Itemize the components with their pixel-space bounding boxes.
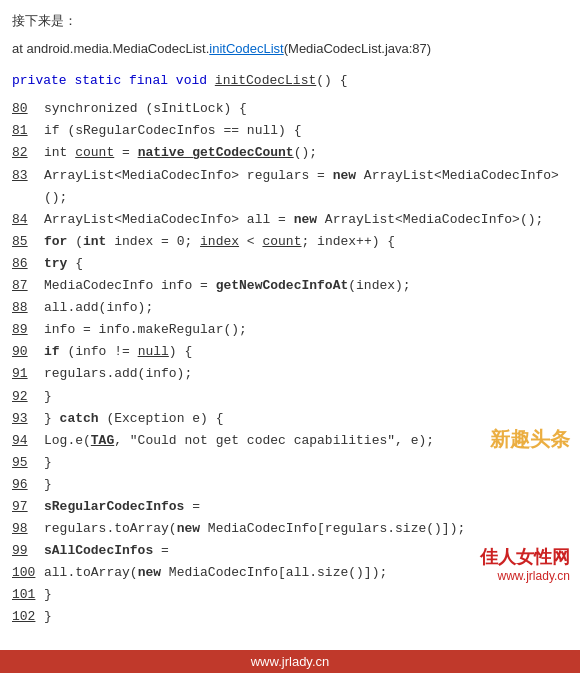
line-number: 85	[12, 231, 44, 253]
line-content: if (info != null) {	[44, 341, 568, 363]
table-row: 86try {	[12, 253, 568, 275]
table-row: 88all.add(info);	[12, 297, 568, 319]
line-content: }	[44, 606, 568, 628]
line-content: all.add(info);	[44, 297, 568, 319]
line-number: 97	[12, 496, 44, 518]
line-content: for (int index = 0; index < count; index…	[44, 231, 568, 253]
line-content: MediaCodecInfo info = getNewCodecInfoAt(…	[44, 275, 568, 297]
watermark-top: 新趣头条	[490, 426, 570, 453]
line-number: 88	[12, 297, 44, 319]
watermark-url: www.jrlady.cn	[498, 569, 570, 583]
line-number: 100	[12, 562, 44, 584]
table-row: 80synchronized (sInitLock) {	[12, 98, 568, 120]
table-row: 84ArrayList<MediaCodecInfo> all = new Ar…	[12, 209, 568, 231]
table-row: 93 } catch (Exception e) {	[12, 408, 568, 430]
line-number: 96	[12, 474, 44, 496]
line-number: 99	[12, 540, 44, 562]
table-row: 85for (int index = 0; index < count; ind…	[12, 231, 568, 253]
line-content: }	[44, 386, 568, 408]
line-content: regulars.toArray(new MediaCodecInfo[regu…	[44, 518, 568, 540]
watermark-middle: 佳人女性网 www.jrlady.cn	[480, 545, 570, 583]
table-row: 101 }	[12, 584, 568, 606]
line-content: synchronized (sInitLock) {	[44, 98, 568, 120]
init-codec-list-link[interactable]: initCodecList	[209, 41, 283, 56]
line-content: sRegularCodecInfos =	[44, 496, 568, 518]
line-number: 90	[12, 341, 44, 363]
line-number: 80	[12, 98, 44, 120]
line-content: ArrayList<MediaCodecInfo> regulars = new…	[44, 165, 568, 209]
main-content: 接下来是： at android.media.MediaCodecList.in…	[0, 0, 580, 639]
bottom-bar: www.jrlady.cn	[0, 650, 580, 673]
intro-label: 接下来是：	[12, 13, 77, 28]
table-row: 87MediaCodecInfo info = getNewCodecInfoA…	[12, 275, 568, 297]
line-content: regulars.add(info);	[44, 363, 568, 385]
table-row: 83ArrayList<MediaCodecInfo> regulars = n…	[12, 165, 568, 209]
line-number: 91	[12, 363, 44, 385]
line-content: if (sRegularCodecInfos == null) {	[44, 120, 568, 142]
line-number: 82	[12, 142, 44, 164]
table-row: 95 }	[12, 452, 568, 474]
watermark-logo: 佳人女性网	[480, 545, 570, 569]
link-prefix: at android.media.MediaCodecList.	[12, 41, 209, 56]
line-number: 84	[12, 209, 44, 231]
line-content: int count = native_getCodecCount();	[44, 142, 568, 164]
line-content: }	[44, 452, 568, 474]
table-row: 82int count = native_getCodecCount();	[12, 142, 568, 164]
link-suffix: (MediaCodecList.java:87)	[284, 41, 431, 56]
table-row: 89info = info.makeRegular();	[12, 319, 568, 341]
line-number: 86	[12, 253, 44, 275]
table-row: 81if (sRegularCodecInfos == null) {	[12, 120, 568, 142]
table-row: 98regulars.toArray(new MediaCodecInfo[re…	[12, 518, 568, 540]
line-number: 89	[12, 319, 44, 341]
line-number: 83	[12, 165, 44, 187]
intro-text: 接下来是：	[12, 10, 568, 32]
line-content: ArrayList<MediaCodecInfo> all = new Arra…	[44, 209, 568, 231]
line-number: 93	[12, 408, 44, 430]
bottom-bar-url: www.jrlady.cn	[251, 654, 330, 669]
table-row: 92 }	[12, 386, 568, 408]
line-number: 98	[12, 518, 44, 540]
table-row: 91regulars.add(info);	[12, 363, 568, 385]
line-content: }	[44, 474, 568, 496]
table-row: 96 }	[12, 474, 568, 496]
line-content: }	[44, 584, 568, 606]
line-content: try {	[44, 253, 568, 275]
table-row: 102 }	[12, 606, 568, 628]
line-number: 95	[12, 452, 44, 474]
line-number: 92	[12, 386, 44, 408]
table-row: 94Log.e(TAG, "Could not get codec capabi…	[12, 430, 568, 452]
line-number: 102	[12, 606, 44, 628]
line-content: info = info.makeRegular();	[44, 319, 568, 341]
line-number: 87	[12, 275, 44, 297]
line-number: 101	[12, 584, 44, 606]
table-row: 97sRegularCodecInfos =	[12, 496, 568, 518]
line-number: 81	[12, 120, 44, 142]
table-row: 90if (info != null) {	[12, 341, 568, 363]
link-line: at android.media.MediaCodecList.initCode…	[12, 38, 568, 60]
line-number: 94	[12, 430, 44, 452]
method-signature: private static final void initCodecList(…	[12, 70, 568, 92]
